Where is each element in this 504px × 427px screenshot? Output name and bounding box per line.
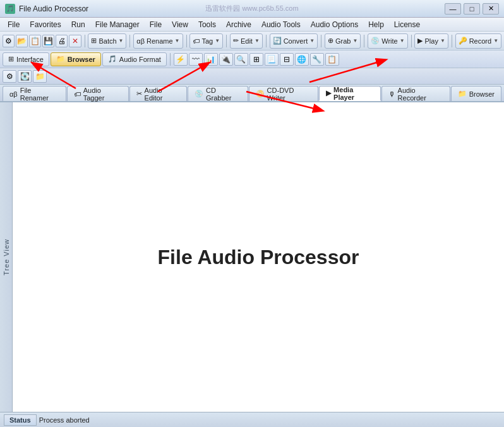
browser-tab-icon: 📁: [458, 90, 467, 98]
toolbar2-icon-3[interactable]: 📊: [204, 53, 218, 66]
toolbar2-icon-1[interactable]: ⚡: [174, 53, 188, 66]
tab-file-renamer[interactable]: αβ File Renamer: [3, 86, 66, 101]
edit-button[interactable]: ✏ Edit ▼: [230, 33, 263, 49]
toolbar2-icon-5[interactable]: 🔍: [234, 53, 248, 66]
tag-arrow: ▼: [215, 38, 220, 44]
toolbar-icon-2[interactable]: 📂: [16, 35, 28, 47]
title-bar: 🎵 File Audio Processor 迅雷软件园 www.pc6b.55…: [0, 0, 504, 18]
record-arrow: ▼: [493, 38, 498, 44]
maximize-button[interactable]: □: [464, 3, 480, 15]
tag-icon: 🏷: [193, 37, 200, 45]
separator-8: [411, 35, 412, 47]
tab-audio-recorder[interactable]: 🎙 Audio Recorder: [381, 86, 450, 101]
toolbar2-icon-11[interactable]: 📋: [325, 53, 339, 66]
menu-file[interactable]: File: [3, 19, 25, 30]
status-label: Status: [4, 414, 37, 426]
write-arrow: ▼: [400, 38, 405, 44]
rename-button[interactable]: αβ Rename ▼: [133, 33, 183, 49]
toolbar2-icon-8[interactable]: ⊟: [280, 53, 294, 66]
write-button[interactable]: 💿 Write ▼: [368, 33, 407, 49]
record-icon: 🔑: [459, 37, 467, 45]
menu-audiotools[interactable]: Audio Tools: [256, 19, 306, 30]
toolbar3-icon-2[interactable]: 💽: [18, 70, 32, 83]
tab-cd-dvd-writer[interactable]: 📀 CD-DVD Writer: [249, 86, 319, 101]
edit-icon: ✏: [233, 37, 239, 45]
separator-6: [321, 35, 321, 47]
menu-file2[interactable]: File: [145, 19, 167, 30]
status-bar: Status Process aborted: [0, 412, 504, 427]
content-area: File Audio Processor: [13, 102, 504, 412]
toolbar-row2: ⊞ Interface 📁 Browser 🎵 Audio Format ⚡ 〰…: [0, 51, 504, 68]
menu-filemanager[interactable]: File Manager: [90, 19, 145, 30]
audio-editor-icon: ✂: [136, 90, 142, 98]
toolbar-icon-3[interactable]: 📋: [29, 35, 41, 47]
toolbar2-icon-4[interactable]: 🔌: [219, 53, 233, 66]
menu-bar: File Favorites Run File Manager File Vie…: [0, 18, 504, 32]
record-button[interactable]: 🔑 Record ▼: [455, 33, 501, 49]
window-controls: — □ ✕: [445, 3, 499, 15]
toolbar-icon-6[interactable]: ✕: [69, 35, 81, 47]
menu-help[interactable]: Help: [363, 19, 389, 30]
menu-favorites[interactable]: Favorites: [25, 19, 66, 30]
app-icon: 🎵: [5, 4, 15, 14]
toolbar-row1: ⚙ 📂 📋 💾 🖨 ✕ ⊞ Batch ▼ αβ Rename ▼ 🏷 Tag …: [0, 32, 504, 51]
convert-arrow: ▼: [309, 38, 315, 44]
batch-button[interactable]: ⊞ Batch ▼: [88, 33, 126, 49]
media-player-icon: ▶: [326, 89, 331, 97]
tab-media-player[interactable]: ▶ Media Player: [319, 86, 380, 101]
separator-2: [129, 35, 130, 47]
menu-license[interactable]: License: [389, 19, 425, 30]
separator-5: [266, 35, 267, 47]
browser-icon: 📁: [56, 55, 65, 63]
batch-icon: ⊞: [91, 37, 97, 45]
toolbar3-icon-3[interactable]: 📁: [33, 70, 47, 83]
toolbar-row3: ⚙ 💽 📁: [0, 68, 504, 85]
separator-3: [186, 35, 187, 47]
toolbar-icon-4[interactable]: 💾: [42, 35, 54, 47]
tree-view-label: Tree View: [3, 239, 10, 275]
tab-browser[interactable]: 📁 Browser: [451, 86, 501, 101]
menu-run[interactable]: Run: [66, 19, 90, 30]
toolbar2-icon-6[interactable]: ⊞: [249, 53, 263, 66]
interface-tab[interactable]: ⊞ Interface: [3, 52, 49, 66]
menu-tools[interactable]: Tools: [193, 19, 221, 30]
cd-dvd-writer-icon: 📀: [256, 90, 265, 98]
play-button[interactable]: ▶ Play ▼: [414, 33, 448, 49]
watermark: 迅雷软件园 www.pc6b.55.com: [205, 4, 298, 13]
bottom-tabs: αβ File Renamer 🏷 Audio Tagger ✂ Audio E…: [0, 85, 504, 102]
play-icon: ▶: [417, 37, 423, 45]
convert-icon: 🔄: [273, 37, 282, 45]
play-arrow: ▼: [440, 38, 445, 44]
tag-button[interactable]: 🏷 Tag ▼: [189, 33, 223, 49]
toolbar-icon-5[interactable]: 🖨: [56, 35, 68, 47]
minimize-button[interactable]: —: [445, 3, 461, 15]
grab-arrow: ▼: [352, 38, 357, 44]
tab-audio-editor[interactable]: ✂ Audio Editor: [129, 86, 187, 101]
cd-grabber-icon: 💿: [195, 90, 203, 98]
interface-icon: ⊞: [8, 55, 14, 63]
tab-cd-grabber[interactable]: 💿 CD Grabber: [188, 86, 248, 101]
tree-view-panel: Tree View: [0, 102, 13, 412]
menu-view[interactable]: View: [167, 19, 193, 30]
batch-arrow: ▼: [119, 38, 124, 44]
toolbar3-icon-1[interactable]: ⚙: [3, 70, 16, 83]
convert-button[interactable]: 🔄 Convert ▼: [270, 33, 318, 49]
menu-audiooptions[interactable]: Audio Options: [306, 19, 363, 30]
toolbar2-icon-10[interactable]: 🔧: [310, 53, 324, 66]
audio-format-tab[interactable]: 🎵 Audio Format: [102, 52, 167, 66]
audio-recorder-icon: 🎙: [388, 90, 395, 98]
menu-archive[interactable]: Archive: [221, 19, 256, 30]
separator-tb2: [170, 53, 171, 66]
tab-audio-tagger[interactable]: 🏷 Audio Tagger: [67, 86, 129, 101]
toolbar2-icon-2[interactable]: 〰: [189, 53, 203, 66]
toolbar2-icon-9[interactable]: 🌐: [295, 53, 309, 66]
separator-9: [452, 35, 452, 47]
grab-button[interactable]: ⊕ Grab ▼: [325, 33, 361, 49]
separator-4: [226, 35, 227, 47]
rename-icon: αβ: [136, 37, 145, 45]
toolbar2-icon-7[interactable]: 📃: [265, 53, 279, 66]
browser-tab[interactable]: 📁 Browser: [51, 52, 101, 66]
toolbar-icon-1[interactable]: ⚙: [3, 35, 15, 47]
close-button[interactable]: ✕: [483, 3, 499, 15]
separator-7: [364, 35, 364, 47]
